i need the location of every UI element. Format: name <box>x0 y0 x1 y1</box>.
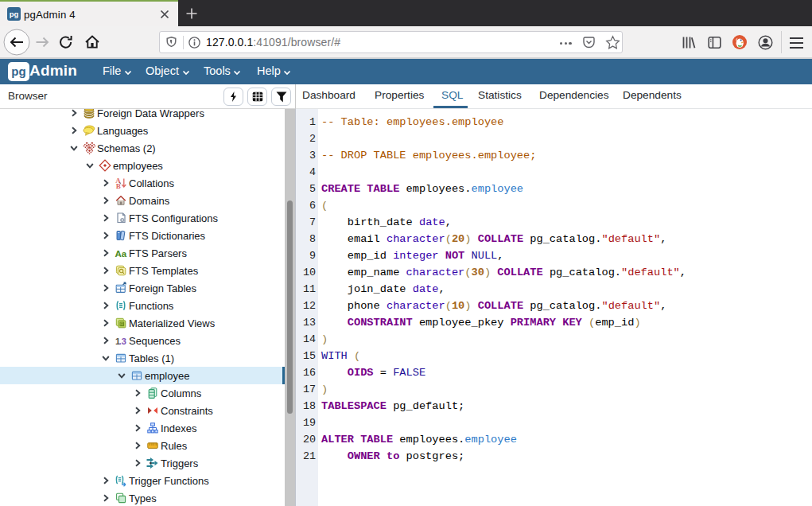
svg-text:Aa: Aa <box>115 249 127 259</box>
svg-text:.3: .3 <box>119 337 126 346</box>
